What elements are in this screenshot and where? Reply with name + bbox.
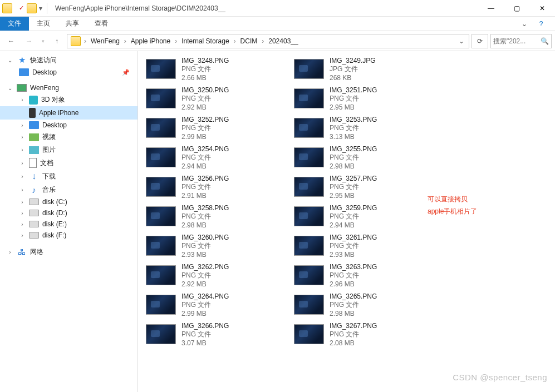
file-item[interactable]: IMG_3252.PNGPNG 文件2.99 MB: [145, 115, 284, 142]
file-size: 2.95 MB: [330, 103, 377, 111]
sidebar-item[interactable]: ›↓下载: [0, 170, 137, 183]
file-item[interactable]: IMG_3266.PNGPNG 文件3.07 MB: [145, 321, 284, 348]
crumb[interactable]: Internal Storage: [178, 36, 232, 46]
qat-dropdown-icon[interactable]: ▾: [38, 4, 43, 12]
file-type: PNG 文件: [330, 241, 377, 251]
view-tab[interactable]: 查看: [87, 17, 116, 31]
sidebar-item[interactable]: ›disk (D:): [0, 207, 137, 219]
qat-check-icon[interactable]: ✓: [17, 4, 26, 13]
expand-icon[interactable]: ›: [19, 97, 26, 103]
chevron-right-icon[interactable]: ›: [261, 37, 265, 45]
expand-icon[interactable]: ›: [19, 221, 26, 227]
sidebar-item-desktop[interactable]: Desktop 📌: [0, 67, 137, 78]
file-item[interactable]: IMG_3258.PNGPNG 文件2.98 MB: [145, 203, 284, 230]
expand-icon[interactable]: ›: [19, 199, 26, 205]
qat-folder-icon[interactable]: [27, 3, 37, 13]
search-input[interactable]: [493, 37, 532, 45]
crumb[interactable]: WenFeng: [87, 36, 123, 46]
sidebar-item[interactable]: ›文档: [0, 156, 137, 170]
home-tab[interactable]: 主页: [29, 17, 58, 31]
sidebar-item[interactable]: ›3D 对象: [0, 93, 137, 106]
crumb[interactable]: Apple iPhone: [127, 36, 174, 46]
file-item[interactable]: IMG_3253.PNGPNG 文件3.13 MB: [293, 115, 432, 142]
sidebar-item[interactable]: ›disk (F:): [0, 230, 137, 241]
search-box[interactable]: 🔍: [490, 34, 552, 48]
file-item[interactable]: IMG_3259.PNGPNG 文件2.94 MB: [293, 203, 432, 230]
file-item[interactable]: IMG_3267.PNGPNG 文件2.08 MB: [293, 321, 432, 348]
expand-icon[interactable]: ›: [19, 160, 26, 166]
sidebar-item[interactable]: ›图片: [0, 143, 137, 156]
help-icon[interactable]: ?: [533, 20, 549, 28]
file-item[interactable]: IMG_3265.PNGPNG 文件2.98 MB: [293, 291, 432, 319]
file-item[interactable]: IMG_3251.PNGPNG 文件2.95 MB: [293, 85, 432, 112]
address-dropdown-icon[interactable]: ⌄: [455, 37, 468, 45]
network[interactable]: › 🖧 网络: [0, 245, 137, 259]
expand-icon[interactable]: ›: [19, 210, 26, 216]
expand-icon[interactable]: ›: [7, 249, 13, 255]
file-item[interactable]: IMG_3261.PNGPNG 文件2.93 MB: [293, 232, 432, 260]
file-item[interactable]: IMG_3263.PNGPNG 文件2.96 MB: [293, 262, 432, 289]
disk-icon: [29, 210, 39, 216]
file-type: PNG 文件: [181, 64, 229, 74]
expand-icon[interactable]: ›: [19, 187, 26, 193]
sidebar-label: disk (F:): [42, 231, 66, 239]
expand-icon[interactable]: ›: [19, 232, 26, 239]
sidebar-label: 视频: [42, 132, 56, 142]
back-button[interactable]: ←: [3, 34, 19, 48]
file-item[interactable]: IMG_3264.PNGPNG 文件2.99 MB: [145, 291, 284, 319]
file-item[interactable]: IMG_3257.PNGPNG 文件2.95 MB: [293, 173, 432, 201]
expand-icon[interactable]: ›: [19, 147, 26, 153]
file-list[interactable]: IMG_3248.PNGPNG 文件2.66 MBIMG_3249.JPGJPG…: [138, 51, 555, 392]
file-item[interactable]: IMG_3255.PNGPNG 文件2.98 MB: [293, 144, 432, 171]
file-thumbnail: [146, 236, 176, 256]
file-item[interactable]: IMG_3249.JPGJPG 文件268 KB: [293, 56, 432, 83]
file-tab[interactable]: 文件: [0, 17, 29, 31]
this-pc[interactable]: ⌄ WenFeng: [0, 82, 137, 93]
file-item[interactable]: IMG_3248.PNGPNG 文件2.66 MB: [145, 56, 284, 83]
file-size: 2.93 MB: [330, 251, 377, 259]
chevron-right-icon[interactable]: ›: [233, 37, 237, 45]
file-item[interactable]: IMG_3256.PNGPNG 文件2.91 MB: [145, 173, 284, 201]
sidebar-item[interactable]: ›视频: [0, 131, 137, 143]
file-item[interactable]: IMG_3254.PNGPNG 文件2.94 MB: [145, 144, 284, 171]
annotation-text: 可以直接拷贝 apple手机相片了: [428, 193, 477, 217]
file-thumbnail: [294, 265, 324, 285]
forward-button[interactable]: →: [21, 34, 37, 48]
expand-icon[interactable]: ›: [19, 134, 26, 140]
chevron-right-icon[interactable]: ›: [83, 37, 87, 45]
dl-icon: ↓: [29, 171, 39, 181]
crumb[interactable]: DCIM: [237, 36, 261, 46]
crumb[interactable]: 202403__: [265, 36, 301, 46]
minimize-button[interactable]: —: [478, 0, 504, 17]
file-item[interactable]: IMG_3250.PNGPNG 文件2.92 MB: [145, 85, 284, 112]
share-tab[interactable]: 共享: [58, 17, 87, 31]
sidebar-item[interactable]: ›disk (C:): [0, 196, 137, 207]
up-button[interactable]: ↑: [49, 34, 65, 48]
collapse-icon[interactable]: ⌄: [7, 57, 13, 63]
refresh-button[interactable]: ⟳: [471, 34, 488, 48]
collapse-icon[interactable]: ⌄: [7, 85, 13, 91]
address-bar[interactable]: › WenFeng › Apple iPhone › Internal Stor…: [67, 34, 469, 48]
close-button[interactable]: ✕: [529, 0, 555, 17]
expand-icon[interactable]: ›: [19, 122, 26, 128]
file-item[interactable]: IMG_3262.PNGPNG 文件2.92 MB: [145, 262, 284, 289]
folder-icon: [2, 3, 12, 13]
file-thumbnail: [146, 147, 176, 167]
chevron-right-icon[interactable]: ›: [123, 37, 127, 45]
file-type: PNG 文件: [330, 212, 377, 221]
file-size: 2.91 MB: [181, 192, 229, 200]
network-icon: 🖧: [17, 247, 27, 257]
ribbon-expand-icon[interactable]: ⌄: [516, 20, 533, 28]
network-label: 网络: [30, 247, 43, 257]
quick-access[interactable]: ⌄ ★ 快速访问: [0, 53, 137, 67]
sidebar-item[interactable]: ›Desktop: [0, 120, 137, 131]
sidebar-item[interactable]: ›disk (E:): [0, 219, 137, 230]
chevron-right-icon[interactable]: ›: [174, 37, 178, 45]
maximize-button[interactable]: ▢: [504, 0, 529, 17]
file-name: IMG_3258.PNG: [181, 204, 229, 212]
expand-icon[interactable]: ›: [19, 173, 26, 180]
history-dropdown[interactable]: ▾: [39, 34, 47, 48]
sidebar-item[interactable]: ›♪音乐: [0, 183, 137, 196]
file-item[interactable]: IMG_3260.PNGPNG 文件2.93 MB: [145, 232, 284, 260]
sidebar-item[interactable]: Apple iPhone: [0, 106, 137, 120]
